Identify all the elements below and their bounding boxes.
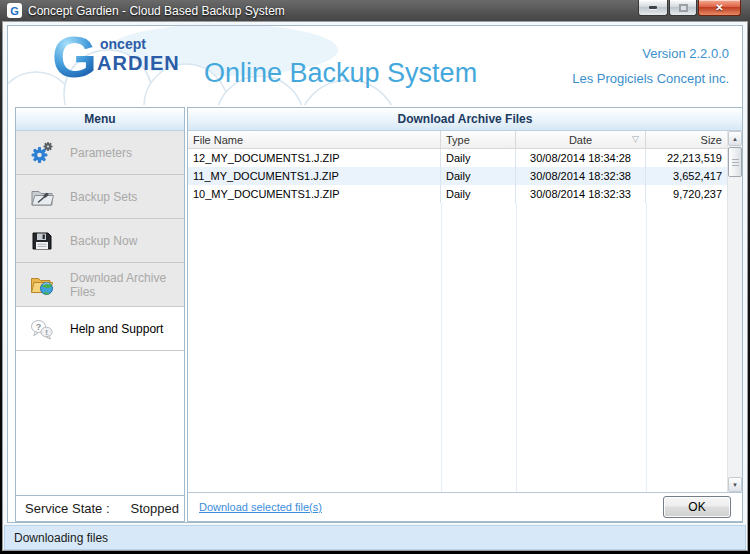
title-bar[interactable]: G Concept Gardien - Cloud Based Backup S… bbox=[2, 0, 748, 21]
column-header-file-name[interactable]: File Name bbox=[188, 131, 441, 148]
app-icon: G bbox=[7, 3, 22, 18]
column-header-date[interactable]: Date ▽ bbox=[516, 131, 646, 148]
logo-concept-text: oncept bbox=[100, 36, 146, 52]
scroll-down-icon: ▼ bbox=[732, 482, 738, 488]
column-header-type[interactable]: Type bbox=[441, 131, 516, 148]
branding-header: G oncept ARDIEN Online Backup System Ver… bbox=[8, 26, 742, 105]
scroll-down-button[interactable]: ▼ bbox=[728, 477, 742, 492]
status-bar: Downloading files bbox=[4, 525, 746, 550]
folder-globe-icon bbox=[29, 272, 55, 298]
cell-size: 3,652,417 bbox=[646, 167, 727, 185]
sidebar-item-parameters[interactable]: Parameters bbox=[16, 131, 184, 175]
sidebar-item-label: Parameters bbox=[70, 146, 132, 160]
cell-file-name: 12_MY_DOCUMENTS1.J.ZIP bbox=[188, 149, 441, 167]
folder-tools-icon bbox=[29, 184, 55, 210]
svg-text:?: ? bbox=[36, 321, 42, 331]
sidebar-item-label: Backup Now bbox=[70, 234, 137, 248]
sidebar: Menu bbox=[15, 107, 185, 522]
close-icon: ✕ bbox=[715, 3, 723, 13]
sidebar-item-label: Help and Support bbox=[70, 322, 163, 336]
app-title: Online Backup System bbox=[204, 58, 477, 89]
cell-date: 30/08/2014 18:32:38 bbox=[516, 167, 646, 185]
cell-size: 9,720,237 bbox=[646, 185, 727, 203]
service-state-label: Service State : bbox=[25, 501, 110, 516]
frame-body: Menu bbox=[8, 105, 742, 522]
close-button[interactable]: ✕ bbox=[698, 0, 741, 16]
table-header-row: File Name Type Date ▽ Size bbox=[188, 131, 727, 149]
table-row[interactable]: 10_MY_DOCUMENTS1.J.ZIP Daily 30/08/2014 … bbox=[188, 185, 727, 203]
panel-footer: Download selected file(s) OK bbox=[188, 492, 742, 521]
column-header-size[interactable]: Size bbox=[646, 131, 727, 148]
sidebar-item-label: Download Archive Files bbox=[70, 271, 184, 299]
sidebar-item-help-and-support[interactable]: ? ! Help and Support bbox=[16, 307, 184, 351]
app-icon-letter: G bbox=[10, 5, 19, 17]
panel-title: Download Archive Files bbox=[188, 108, 742, 131]
archive-files-table: File Name Type Date ▽ Size 12_MY_DOCUMEN… bbox=[188, 131, 742, 492]
maximize-button[interactable] bbox=[669, 0, 697, 16]
company-text: Les Progiciels Concept inc. bbox=[572, 71, 729, 86]
cell-size: 22,213,519 bbox=[646, 149, 727, 167]
cell-file-name: 10_MY_DOCUMENTS1.J.ZIP bbox=[188, 185, 441, 203]
help-bubbles-icon: ? ! bbox=[29, 316, 55, 342]
scrollbar-thumb[interactable] bbox=[728, 147, 742, 177]
sidebar-item-backup-now[interactable]: Backup Now bbox=[16, 219, 184, 263]
window-controls: ✕ bbox=[637, 0, 741, 16]
cell-date: 30/08/2014 18:32:33 bbox=[516, 185, 646, 203]
main-panel: Download Archive Files File Name Type Da… bbox=[187, 107, 742, 522]
logo-g-letter: G bbox=[52, 28, 95, 86]
maximize-icon bbox=[679, 4, 688, 12]
ok-button[interactable]: OK bbox=[663, 496, 731, 518]
app-frame: G oncept ARDIEN Online Backup System Ver… bbox=[7, 25, 743, 523]
cell-file-name: 11_MY_DOCUMENTS1.J.ZIP bbox=[188, 167, 441, 185]
table-row[interactable]: 11_MY_DOCUMENTS1.J.ZIP Daily 30/08/2014 … bbox=[188, 167, 727, 185]
column-header-date-label: Date bbox=[569, 134, 592, 146]
gears-icon bbox=[29, 140, 55, 166]
window-title: Concept Gardien - Cloud Based Backup Sys… bbox=[28, 4, 285, 18]
floppy-disk-icon bbox=[29, 228, 55, 254]
version-text: Version 2.2.0.0 bbox=[572, 46, 729, 61]
sort-descending-icon: ▽ bbox=[632, 135, 639, 144]
service-state-value: Stopped bbox=[131, 501, 179, 516]
scrollbar-grip bbox=[732, 159, 739, 166]
minimize-button[interactable] bbox=[638, 0, 668, 16]
window-body: G oncept ARDIEN Online Backup System Ver… bbox=[2, 21, 748, 551]
app-window: G Concept Gardien - Cloud Based Backup S… bbox=[0, 0, 750, 554]
service-state-row: Service State : Stopped bbox=[16, 495, 184, 521]
logo-gardien-text: ARDIEN bbox=[97, 52, 180, 75]
sidebar-spacer bbox=[16, 351, 184, 495]
scroll-up-button[interactable]: ▲ bbox=[728, 131, 742, 146]
cell-type: Daily bbox=[441, 185, 516, 203]
menu-header: Menu bbox=[16, 108, 184, 131]
status-text: Downloading files bbox=[14, 531, 108, 545]
download-selected-link[interactable]: Download selected file(s) bbox=[199, 501, 322, 513]
sidebar-item-download-archive-files[interactable]: Download Archive Files bbox=[16, 263, 184, 307]
sidebar-item-label: Backup Sets bbox=[70, 190, 137, 204]
cell-type: Daily bbox=[441, 167, 516, 185]
cell-date: 30/08/2014 18:34:28 bbox=[516, 149, 646, 167]
scroll-up-icon: ▲ bbox=[732, 136, 738, 142]
version-block: Version 2.2.0.0 Les Progiciels Concept i… bbox=[572, 46, 729, 86]
cell-type: Daily bbox=[441, 149, 516, 167]
minimize-icon bbox=[649, 6, 657, 9]
vertical-scrollbar[interactable]: ▲ ▼ bbox=[727, 131, 742, 492]
sidebar-item-backup-sets[interactable]: Backup Sets bbox=[16, 175, 184, 219]
svg-text:!: ! bbox=[45, 328, 48, 337]
table-row[interactable]: 12_MY_DOCUMENTS1.J.ZIP Daily 30/08/2014 … bbox=[188, 149, 727, 167]
